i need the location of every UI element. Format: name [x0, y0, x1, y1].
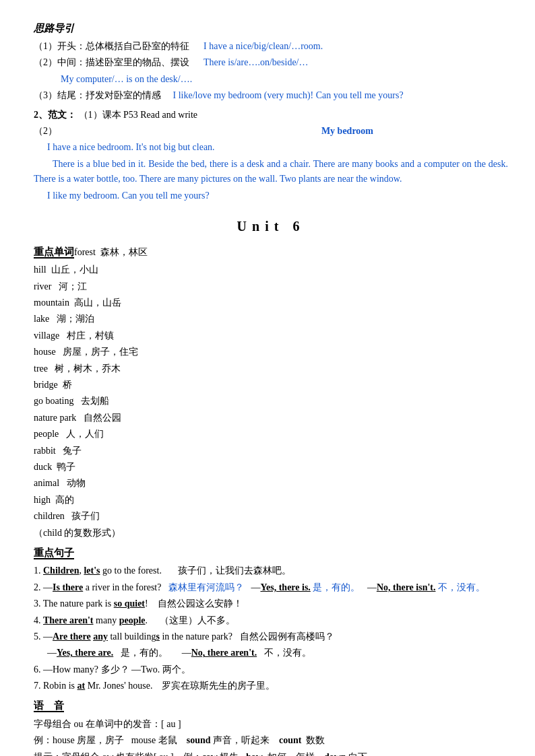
phonics-content: 字母组合 ou 在单词中的发音：[ au ]: [34, 717, 508, 732]
vocab-children: children 孩子们: [34, 509, 508, 524]
fanwen-text1: I have a nice bedroom. It's not big but …: [34, 140, 508, 155]
fanwen-sub2: （2） My bedroom: [34, 124, 508, 139]
silu-item2: （2）中间：描述卧室里的物品、摆设 There is/are….on/besid…: [34, 55, 508, 70]
vocab-nature-park: nature park 自然公园: [34, 411, 508, 425]
silu-item1: （1）开头：总体概括自己卧室的特征 I have a nice/big/clea…: [34, 39, 508, 54]
phonics-tip: 提示：字母组合 ow 也有些发[ au ]，例：cow 奶牛 how 如何，怎样…: [34, 750, 508, 756]
vocab-title-line: 重点单词forest 森林，林区: [34, 244, 508, 260]
sentence-5a: 5. —Are there any tall buildings in the …: [34, 629, 508, 644]
vocab-river: river 河；江: [34, 279, 508, 294]
sentence-4: 4. There aren't many people. （这里）人不多。: [34, 613, 508, 628]
sentences-title-line: 重点句子: [34, 545, 508, 561]
section-silu: 思路导引 （1）开头：总体概括自己卧室的特征 I have a nice/big…: [34, 20, 508, 104]
unit-title: Unit 6: [34, 215, 508, 237]
silu-title: 思路导引: [34, 20, 508, 36]
sentence-7: 7. Robin is at Mr. Jones' house. 罗宾在琼斯先生…: [34, 679, 508, 693]
vocab-house: house 房屋，房子，住宅: [34, 345, 508, 359]
sentence-6: 6. —How many? 多少？ —Two. 两个。: [34, 662, 508, 677]
vocab-hill: hill 山丘，小山: [34, 263, 508, 277]
phonics-title-line: 语 音: [34, 697, 508, 714]
vocab-duck: duck 鸭子: [34, 460, 508, 475]
vocab-bridge: bridge 桥: [34, 378, 508, 392]
sentence-2: 2. —Is there a river in the forest? 森林里有…: [34, 580, 508, 595]
vocab-go-boating: go boating 去划船: [34, 394, 508, 409]
vocab-people: people 人，人们: [34, 427, 508, 442]
silu-item3: （3）结尾：抒发对卧室的情感 I like/love my bedroom (v…: [34, 88, 508, 103]
fanwen-text3: I like my bedroom. Can you tell me yours…: [34, 188, 508, 203]
vocab-mountain: mountain 高山，山岳: [34, 296, 508, 310]
section-vocab: 重点单词forest 森林，林区 hill 山丘，小山 river 河；江 mo…: [34, 244, 508, 541]
vocab-tree: tree 树，树木，乔木: [34, 362, 508, 376]
vocab-village: village 村庄，村镇: [34, 329, 508, 343]
section-phonics: 语 音 字母组合 ou 在单词中的发音：[ au ] 例：house 房屋，房子…: [34, 697, 508, 756]
vocab-lake: lake 湖；湖泊: [34, 312, 508, 327]
section-sentences: 重点句子 1. Children, let's go to the forest…: [34, 545, 508, 694]
phonics-examples: 例：house 房屋，房子 mouse 老鼠 sound 声音，听起来 coun…: [34, 733, 508, 748]
vocab-high: high 高的: [34, 493, 508, 508]
sentence-3: 3. The nature park is so quiet! 自然公园这么安静…: [34, 596, 508, 611]
vocab-rabbit: rabbit 兔子: [34, 444, 508, 458]
section-fanwen: 2、范文： （1）课本 P53 Read and write （2） My be…: [34, 108, 508, 203]
page-container: 思路导引 （1）开头：总体概括自己卧室的特征 I have a nice/big…: [34, 20, 508, 756]
silu-hint3: My computer/… is on the desk/….: [34, 72, 508, 87]
vocab-animal: animal 动物: [34, 476, 508, 491]
fanwen-text2: There is a blue bed in it. Beside the be…: [34, 157, 508, 187]
fanwen-header: 2、范文： （1）课本 P53 Read and write: [34, 108, 508, 123]
vocab-child-note: （child 的复数形式）: [34, 526, 508, 541]
sentence-5b: —Yes, there are. 是，有的。 —No, there aren't…: [34, 646, 508, 660]
sentence-1: 1. Children, let's go to the forest. 孩子们…: [34, 563, 508, 578]
